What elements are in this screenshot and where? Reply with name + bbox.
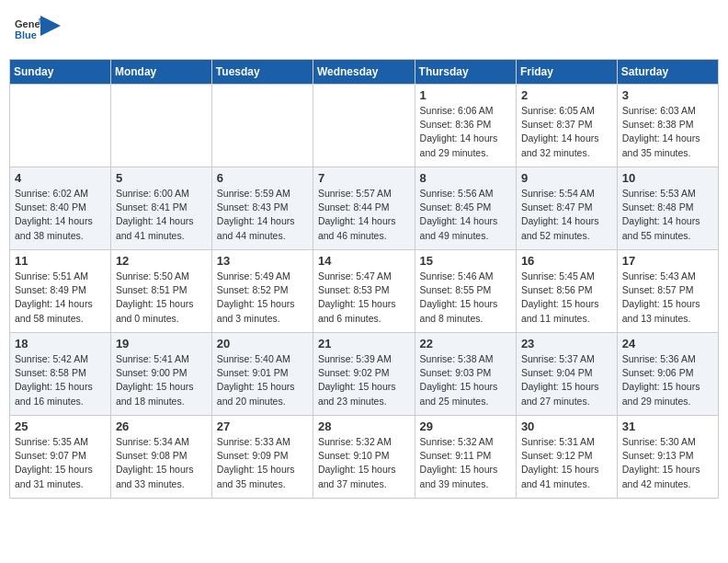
- calendar-week-row: 25Sunrise: 5:35 AM Sunset: 9:07 PM Dayli…: [10, 416, 719, 499]
- day-number: 14: [318, 254, 410, 268]
- calendar-cell: 7Sunrise: 5:57 AM Sunset: 8:44 PM Daylig…: [313, 167, 415, 250]
- day-info: Sunrise: 5:34 AM Sunset: 9:08 PM Dayligh…: [116, 435, 207, 491]
- day-number: 31: [622, 419, 713, 433]
- day-info: Sunrise: 5:36 AM Sunset: 9:06 PM Dayligh…: [622, 352, 713, 408]
- logo-icon: General Blue: [13, 15, 44, 46]
- calendar-cell: 13Sunrise: 5:49 AM Sunset: 8:52 PM Dayli…: [211, 250, 313, 333]
- calendar-week-row: 1Sunrise: 6:06 AM Sunset: 8:36 PM Daylig…: [10, 85, 719, 167]
- day-info: Sunrise: 6:00 AM Sunset: 8:41 PM Dayligh…: [116, 187, 207, 243]
- calendar-cell: 20Sunrise: 5:40 AM Sunset: 9:01 PM Dayli…: [211, 333, 313, 416]
- day-number: 22: [420, 337, 511, 350]
- day-number: 13: [217, 254, 308, 268]
- day-info: Sunrise: 5:33 AM Sunset: 9:09 PM Dayligh…: [217, 435, 308, 491]
- day-number: 3: [622, 88, 713, 102]
- day-number: 21: [318, 337, 410, 350]
- calendar-cell: 18Sunrise: 5:42 AM Sunset: 8:58 PM Dayli…: [10, 333, 111, 416]
- logo: General Blue: [13, 15, 61, 46]
- calendar-cell: 26Sunrise: 5:34 AM Sunset: 9:08 PM Dayli…: [110, 416, 211, 499]
- day-info: Sunrise: 5:59 AM Sunset: 8:43 PM Dayligh…: [217, 187, 308, 243]
- calendar-cell: 28Sunrise: 5:32 AM Sunset: 9:10 PM Dayli…: [313, 416, 415, 499]
- calendar-cell: 12Sunrise: 5:50 AM Sunset: 8:51 PM Dayli…: [110, 250, 211, 333]
- weekday-header-monday: Monday: [110, 60, 211, 85]
- weekday-header-friday: Friday: [516, 60, 617, 85]
- day-number: 28: [318, 419, 410, 433]
- day-info: Sunrise: 5:51 AM Sunset: 8:49 PM Dayligh…: [15, 270, 106, 326]
- calendar-cell: 3Sunrise: 6:03 AM Sunset: 8:38 PM Daylig…: [617, 85, 718, 167]
- calendar-cell: 19Sunrise: 5:41 AM Sunset: 9:00 PM Dayli…: [110, 333, 211, 416]
- calendar-cell: 22Sunrise: 5:38 AM Sunset: 9:03 PM Dayli…: [415, 333, 516, 416]
- day-number: 10: [622, 171, 713, 185]
- day-info: Sunrise: 5:54 AM Sunset: 8:47 PM Dayligh…: [521, 187, 612, 243]
- day-info: Sunrise: 5:42 AM Sunset: 8:58 PM Dayligh…: [15, 352, 106, 408]
- day-info: Sunrise: 5:39 AM Sunset: 9:02 PM Dayligh…: [318, 352, 410, 408]
- calendar-cell: 31Sunrise: 5:30 AM Sunset: 9:13 PM Dayli…: [617, 416, 718, 499]
- day-number: 29: [420, 419, 511, 433]
- day-number: 25: [15, 419, 106, 433]
- day-info: Sunrise: 5:32 AM Sunset: 9:11 PM Dayligh…: [420, 435, 511, 491]
- day-number: 24: [622, 337, 713, 350]
- calendar-cell: 1Sunrise: 6:06 AM Sunset: 8:36 PM Daylig…: [415, 85, 516, 167]
- day-info: Sunrise: 6:02 AM Sunset: 8:40 PM Dayligh…: [15, 187, 106, 243]
- day-number: 7: [318, 171, 410, 185]
- weekday-header-thursday: Thursday: [415, 60, 516, 85]
- calendar-cell: 27Sunrise: 5:33 AM Sunset: 9:09 PM Dayli…: [211, 416, 313, 499]
- day-number: 18: [15, 337, 106, 350]
- day-info: Sunrise: 5:47 AM Sunset: 8:53 PM Dayligh…: [318, 270, 410, 326]
- day-number: 17: [622, 254, 713, 268]
- day-number: 6: [217, 171, 308, 185]
- day-info: Sunrise: 5:32 AM Sunset: 9:10 PM Dayligh…: [318, 435, 410, 491]
- day-info: Sunrise: 5:49 AM Sunset: 8:52 PM Dayligh…: [217, 270, 308, 326]
- day-number: 2: [521, 88, 612, 102]
- calendar-body: 1Sunrise: 6:06 AM Sunset: 8:36 PM Daylig…: [10, 85, 719, 499]
- day-info: Sunrise: 6:05 AM Sunset: 8:37 PM Dayligh…: [521, 104, 612, 160]
- calendar-cell: 8Sunrise: 5:56 AM Sunset: 8:45 PM Daylig…: [415, 167, 516, 250]
- day-number: 16: [521, 254, 612, 268]
- calendar-cell: 9Sunrise: 5:54 AM Sunset: 8:47 PM Daylig…: [516, 167, 617, 250]
- calendar-cell: 25Sunrise: 5:35 AM Sunset: 9:07 PM Dayli…: [10, 416, 111, 499]
- calendar-cell: 11Sunrise: 5:51 AM Sunset: 8:49 PM Dayli…: [10, 250, 111, 333]
- day-info: Sunrise: 5:43 AM Sunset: 8:57 PM Dayligh…: [622, 270, 713, 326]
- calendar-cell: 17Sunrise: 5:43 AM Sunset: 8:57 PM Dayli…: [617, 250, 718, 333]
- day-info: Sunrise: 5:30 AM Sunset: 9:13 PM Dayligh…: [622, 435, 713, 491]
- calendar-week-row: 4Sunrise: 6:02 AM Sunset: 8:40 PM Daylig…: [10, 167, 719, 250]
- day-number: 9: [521, 171, 612, 185]
- calendar-cell: 5Sunrise: 6:00 AM Sunset: 8:41 PM Daylig…: [110, 167, 211, 250]
- day-info: Sunrise: 5:35 AM Sunset: 9:07 PM Dayligh…: [15, 435, 106, 491]
- calendar-cell: 4Sunrise: 6:02 AM Sunset: 8:40 PM Daylig…: [10, 167, 111, 250]
- calendar-cell: [110, 85, 211, 167]
- calendar-table: SundayMondayTuesdayWednesdayThursdayFrid…: [9, 59, 719, 499]
- calendar-cell: 16Sunrise: 5:45 AM Sunset: 8:56 PM Dayli…: [516, 250, 617, 333]
- day-info: Sunrise: 6:03 AM Sunset: 8:38 PM Dayligh…: [622, 104, 713, 160]
- calendar-header-row: SundayMondayTuesdayWednesdayThursdayFrid…: [10, 60, 719, 85]
- day-info: Sunrise: 6:06 AM Sunset: 8:36 PM Dayligh…: [420, 104, 511, 160]
- day-info: Sunrise: 5:37 AM Sunset: 9:04 PM Dayligh…: [521, 352, 612, 408]
- calendar-cell: 29Sunrise: 5:32 AM Sunset: 9:11 PM Dayli…: [415, 416, 516, 499]
- calendar-cell: 10Sunrise: 5:53 AM Sunset: 8:48 PM Dayli…: [617, 167, 718, 250]
- weekday-header-sunday: Sunday: [10, 60, 111, 85]
- header: General Blue: [9, 9, 719, 52]
- day-info: Sunrise: 5:57 AM Sunset: 8:44 PM Dayligh…: [318, 187, 410, 243]
- day-info: Sunrise: 5:46 AM Sunset: 8:55 PM Dayligh…: [420, 270, 511, 326]
- weekday-header-tuesday: Tuesday: [211, 60, 313, 85]
- logo-arrow-icon: [40, 16, 61, 36]
- calendar-cell: 24Sunrise: 5:36 AM Sunset: 9:06 PM Dayli…: [617, 333, 718, 416]
- calendar-cell: 2Sunrise: 6:05 AM Sunset: 8:37 PM Daylig…: [516, 85, 617, 167]
- day-info: Sunrise: 5:41 AM Sunset: 9:00 PM Dayligh…: [116, 352, 207, 408]
- day-number: 4: [15, 171, 106, 185]
- calendar-cell: 14Sunrise: 5:47 AM Sunset: 8:53 PM Dayli…: [313, 250, 415, 333]
- day-info: Sunrise: 5:45 AM Sunset: 8:56 PM Dayligh…: [521, 270, 612, 326]
- calendar-cell: 6Sunrise: 5:59 AM Sunset: 8:43 PM Daylig…: [211, 167, 313, 250]
- calendar-cell: [313, 85, 415, 167]
- svg-marker-5: [40, 16, 61, 36]
- day-number: 27: [217, 419, 308, 433]
- calendar-week-row: 18Sunrise: 5:42 AM Sunset: 8:58 PM Dayli…: [10, 333, 719, 416]
- day-info: Sunrise: 5:38 AM Sunset: 9:03 PM Dayligh…: [420, 352, 511, 408]
- weekday-header-wednesday: Wednesday: [313, 60, 415, 85]
- day-number: 11: [15, 254, 106, 268]
- day-number: 23: [521, 337, 612, 350]
- day-number: 26: [116, 419, 207, 433]
- calendar-week-row: 11Sunrise: 5:51 AM Sunset: 8:49 PM Dayli…: [10, 250, 719, 333]
- day-number: 19: [116, 337, 207, 350]
- day-number: 30: [521, 419, 612, 433]
- calendar-cell: [211, 85, 313, 167]
